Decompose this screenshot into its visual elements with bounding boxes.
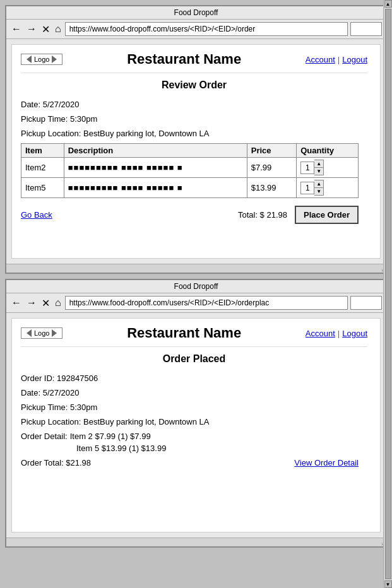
item-qty-2: 1 ▲ ▼ (297, 178, 359, 198)
header-links-2: Account | Logout (306, 329, 367, 338)
close-button-2[interactable]: ✕ (40, 297, 51, 309)
table-row: Item5 ■■■■■■■■■ ■■■■ ■■■■■ ■ $13.99 1 (21, 178, 359, 198)
logout-link-1[interactable]: Logout (342, 55, 367, 64)
qty-arrows-1[interactable]: ▲ ▼ (314, 160, 324, 175)
qty-down-2[interactable]: ▼ (314, 188, 323, 195)
order-table-1: Item Description Price Quantity Item2 ■■… (21, 143, 359, 198)
qty-arrows-2[interactable]: ▲ ▼ (314, 180, 324, 196)
forward-button-1[interactable]: → (25, 23, 38, 35)
page-title-1: Review Order (21, 79, 367, 91)
bottom-scrollbar-1: ⌞ (6, 264, 386, 273)
qty-spinner-1[interactable]: 1 ▲ ▼ (300, 160, 354, 175)
browser-window-1: Food Dropoff ← → ✕ ⌂ Logo Restaurant Nam… (5, 5, 387, 274)
date-row-2: Date: 5/27/2020 (21, 388, 367, 397)
footer-row-1: Go Back Total: $ 21.98 Place Order (21, 206, 367, 224)
qty-value-1[interactable]: 1 (300, 162, 314, 174)
order-detail-row-1: Order Detail: Item 2 $7.99 (1) $7.99 (21, 432, 367, 441)
col-item-1: Item (21, 144, 64, 158)
address-bar-1[interactable] (65, 22, 348, 36)
order-detail-item2: Item 5 $13.99 (1) $13.99 (76, 444, 166, 453)
search-bar-1[interactable] (350, 22, 382, 36)
restaurant-name-2: Restaurant Name (62, 325, 305, 341)
window-title-2: Food Dropoff (174, 282, 218, 291)
item-qty-1: 1 ▲ ▼ (297, 158, 359, 178)
home-button-2[interactable]: ⌂ (54, 297, 62, 309)
header-1: Logo Restaurant Name Account | Logout (21, 51, 367, 73)
account-link-2[interactable]: Account (306, 329, 335, 338)
item-desc-1: ■■■■■■■■■ ■■■■ ■■■■■ ■ (64, 158, 247, 178)
restaurant-name-1: Restaurant Name (62, 51, 305, 68)
item-price-1: $7.99 (247, 158, 296, 178)
logo-box-1: Logo (21, 54, 62, 65)
item-id-2: Item5 (21, 178, 64, 198)
order-id-row: Order ID: 192847506 (21, 373, 367, 383)
scrollbar-2[interactable]: ▲ ▼ (383, 0, 392, 551)
nav-bar-1: ← → ✕ ⌂ (6, 20, 386, 39)
view-order-link[interactable]: View Order Detail (294, 458, 359, 467)
forward-button-2[interactable]: → (25, 297, 38, 309)
back-button-2[interactable]: ← (10, 297, 23, 309)
order-total-label: Order Total: $21.98 (21, 458, 91, 467)
table-row: Item2 ■■■■■■■■■ ■■■■ ■■■■■ ■ $7.99 1 (21, 158, 359, 178)
qty-up-1[interactable]: ▲ (314, 160, 323, 168)
col-description-1: Description (64, 144, 247, 158)
separator-2: | (338, 329, 340, 338)
order-detail-item1: Item 2 $7.99 (1) $7.99 (70, 432, 151, 441)
qty-up-2[interactable]: ▲ (314, 180, 323, 188)
total-label-1: Total: $ 21.98 (238, 210, 287, 220)
col-quantity-1: Quantity (297, 144, 359, 158)
order-detail-section: Order Detail: Item 2 $7.99 (1) $7.99 Ite… (21, 432, 367, 453)
bottom-scrollbar-2: ⌞ (6, 538, 386, 546)
col-price-1: Price (247, 144, 296, 158)
nav-bar-2: ← → ✕ ⌂ (6, 293, 386, 313)
scroll-up-2[interactable]: ▲ (384, 0, 392, 8)
logo-right-icon (52, 56, 57, 63)
date-row-1: Date: 5/27/2020 (21, 100, 367, 109)
logo-right-icon-2 (52, 329, 57, 337)
order-detail-row-2: Item 5 $13.99 (1) $13.99 (76, 444, 367, 453)
header-2: Logo Restaurant Name Account | Logout (21, 325, 367, 347)
item-id-1: Item2 (21, 158, 64, 178)
total-place-section: Total: $ 21.98 Place Order (238, 206, 359, 224)
page-content-1: Logo Restaurant Name Account | Logout Re… (11, 44, 381, 259)
title-bar-1: Food Dropoff (6, 6, 386, 20)
account-link-1[interactable]: Account (306, 55, 335, 64)
qty-spinner-2[interactable]: 1 ▲ ▼ (300, 180, 354, 196)
logo-left-icon-2 (27, 329, 32, 337)
logo-text-2: Logo (34, 329, 49, 337)
window-title-1: Food Dropoff (174, 8, 218, 17)
back-button-1[interactable]: ← (10, 23, 23, 35)
logo-box-2: Logo (21, 327, 62, 339)
scroll-thumb-2[interactable] (385, 9, 391, 551)
item-desc-2: ■■■■■■■■■ ■■■■ ■■■■■ ■ (64, 178, 247, 198)
logo-left-icon (27, 56, 32, 63)
qty-down-1[interactable]: ▼ (314, 168, 323, 175)
pickup-time-row-1: Pickup Time: 5:30pm (21, 114, 367, 124)
pickup-time-row-2: Pickup Time: 5:30pm (21, 403, 367, 412)
page-content-2: Logo Restaurant Name Account | Logout Or… (11, 318, 381, 532)
pickup-location-row-1: Pickup Location: BestBuy parking lot, Do… (21, 129, 367, 138)
order-total-row: Order Total: $21.98 View Order Detail (21, 458, 367, 467)
item-price-2: $13.99 (247, 178, 296, 198)
pickup-location-row-2: Pickup Location: BestBuy parking lot, Do… (21, 417, 367, 426)
header-links-1: Account | Logout (306, 55, 367, 64)
logo-text-1: Logo (34, 56, 49, 63)
logout-link-2[interactable]: Logout (342, 329, 367, 338)
order-detail-label: Order Detail: (21, 432, 68, 441)
close-button-1[interactable]: ✕ (40, 23, 51, 35)
search-bar-2[interactable] (350, 296, 382, 310)
qty-value-2[interactable]: 1 (300, 182, 314, 194)
address-bar-2[interactable] (65, 296, 348, 310)
page-title-2: Order Placed (21, 353, 367, 365)
go-back-link-1[interactable]: Go Back (21, 210, 52, 220)
separator-1: | (338, 55, 340, 64)
browser-window-2: Food Dropoff ← → ✕ ⌂ Logo Restaurant Nam… (5, 279, 387, 548)
place-order-button[interactable]: Place Order (295, 206, 359, 224)
home-button-1[interactable]: ⌂ (54, 23, 62, 35)
title-bar-2: Food Dropoff (6, 280, 386, 293)
